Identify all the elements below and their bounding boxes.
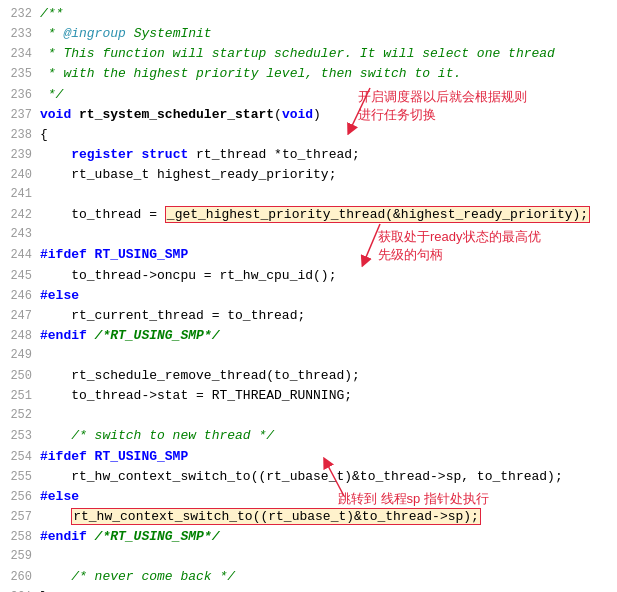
line-253: 253 /* switch to new thread */ <box>0 426 617 446</box>
line-240: 240 rt_ubase_t highest_ready_priority; <box>0 165 617 185</box>
arrow-2 <box>360 224 420 268</box>
line-248: 248 #endif /*RT_USING_SMP*/ <box>0 326 617 346</box>
line-257: 257 rt_hw_context_switch_to((rt_ubase_t)… <box>0 507 617 527</box>
line-252: 252 <box>0 406 617 426</box>
line-250: 250 rt_schedule_remove_thread(to_thread)… <box>0 366 617 386</box>
line-245: 245 to_thread->oncpu = rt_hw_cpu_id(); <box>0 266 617 286</box>
line-256: 256 #else <box>0 487 617 507</box>
line-254: 254 #ifdef RT_USING_SMP <box>0 447 617 467</box>
line-232: 232 /** <box>0 4 617 24</box>
line-238: 238 { <box>0 125 617 145</box>
line-260: 260 /* never come back */ <box>0 567 617 587</box>
line-241: 241 <box>0 185 617 205</box>
line-261: 261 } <box>0 587 617 592</box>
code-block: 232 /** 233 * @ingroup SystemInit 234 * … <box>0 0 617 592</box>
line-255: 255 rt_hw_context_switch_to((rt_ubase_t)… <box>0 467 617 487</box>
line-242: 242 to_thread = _get_highest_priority_th… <box>0 205 617 225</box>
line-235: 235 * with the highest priority level, t… <box>0 64 617 84</box>
line-234: 234 * This function will startup schedul… <box>0 44 617 64</box>
arrow-3 <box>322 458 382 498</box>
line-246: 246 #else <box>0 286 617 306</box>
line-258: 258 #endif /*RT_USING_SMP*/ <box>0 527 617 547</box>
line-247: 247 rt_current_thread = to_thread; <box>0 306 617 326</box>
arrow-1 <box>340 88 420 136</box>
line-249: 249 <box>0 346 617 366</box>
line-251: 251 to_thread->stat = RT_THREAD_RUNNING; <box>0 386 617 406</box>
line-239: 239 register struct rt_thread *to_thread… <box>0 145 617 165</box>
line-259: 259 <box>0 547 617 567</box>
line-233: 233 * @ingroup SystemInit <box>0 24 617 44</box>
